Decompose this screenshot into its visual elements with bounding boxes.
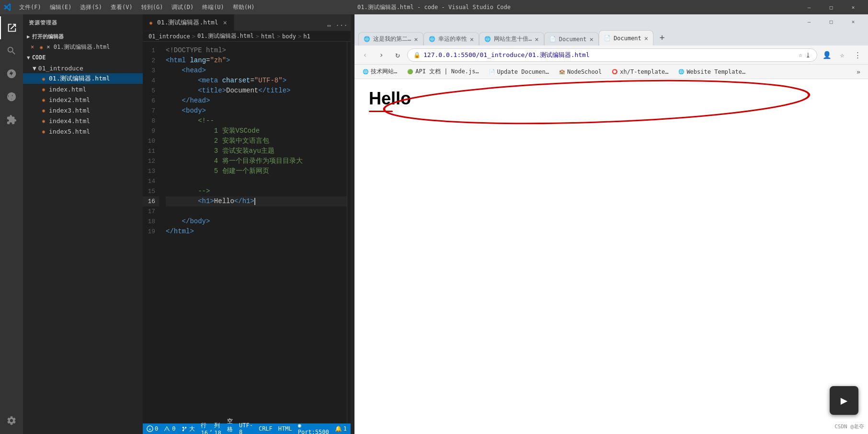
corner-widget-icon: ▶ [841, 394, 847, 407]
status-language[interactable]: HTML [278, 417, 292, 434]
status-branch[interactable]: 大 [181, 425, 195, 433]
code-line-4: <meta charset="UTF-8"> [166, 76, 347, 86]
filename-1: index.html [49, 86, 86, 93]
browser-star-icon[interactable]: ☆ [835, 48, 849, 62]
file-index3-html[interactable]: ◉ index3.html [23, 105, 143, 115]
menu-help[interactable]: 帮助(H) [229, 2, 259, 12]
bookmark-5[interactable]: 🌐 Website Template… [674, 68, 749, 76]
browser-tab-0[interactable]: 🌐 这是我的第二… × [358, 32, 423, 46]
bookmark-3[interactable]: 🏫 NodeSchool [555, 68, 605, 76]
breadcrumb-0[interactable]: 01_introduce [148, 33, 190, 40]
breadcrumb-2[interactable]: html [261, 33, 275, 40]
code-content[interactable]: <!DOCTYPE html> <html lang="zh"> <head> … [162, 42, 347, 423]
activity-git-icon[interactable] [0, 62, 23, 85]
status-errors[interactable]: ✕ 0 [147, 425, 158, 432]
bookmark-label-5: Website Template… [686, 69, 745, 75]
activity-explorer-icon[interactable] [0, 16, 23, 39]
open-editors-section[interactable]: ▶ 打开的编辑器 [23, 31, 143, 42]
breadcrumb-4[interactable]: h1 [303, 33, 310, 40]
browser-tab-title-4: Document [614, 35, 641, 42]
maximize-button[interactable]: □ [820, 0, 842, 14]
file-index2-html[interactable]: ◉ index2.html [23, 94, 143, 105]
corner-widget[interactable]: ▶ [830, 386, 858, 415]
menu-debug[interactable]: 调试(D) [168, 2, 197, 12]
activity-search-icon[interactable] [0, 39, 23, 62]
panel-resize-handle[interactable] [351, 14, 354, 434]
browser-tab-close-0[interactable]: × [414, 35, 418, 43]
close-tab-icon[interactable]: × [31, 44, 34, 50]
bookmark-0[interactable]: 🌐 技术网站… [358, 67, 401, 77]
bookmarks-more-button[interactable]: » [853, 66, 864, 78]
breadcrumb-3[interactable]: body [282, 33, 296, 40]
browser-tab-close-1[interactable]: × [470, 35, 474, 43]
status-warnings[interactable]: 0 [164, 425, 175, 432]
code-line-15: --> [166, 186, 347, 196]
vscode-logo-icon [4, 3, 11, 11]
browser-forward-button[interactable]: › [375, 48, 388, 62]
file-index4-html[interactable]: ◉ index4.html [23, 115, 143, 126]
folder-01-introduce[interactable]: ▼ 01_introduce [23, 63, 143, 73]
new-browser-tab-button[interactable]: + [655, 31, 669, 44]
menu-terminal[interactable]: 终端(U) [198, 2, 228, 12]
code-editor[interactable]: 12345 678910 1112131415 16 171819 <!DOCT… [143, 42, 351, 423]
browser-profile-icon[interactable]: 👤 [820, 48, 834, 62]
sidebar: 资源管理器 ▶ 打开的编辑器 × ◉ × 01.测试编辑器.html ▼ COD… [23, 14, 143, 434]
browser-heading-underline [369, 111, 393, 112]
status-encoding[interactable]: UTF-8 [239, 417, 253, 434]
browser-tab-2[interactable]: 🌐 网站生意十倍… × [479, 32, 544, 46]
address-bookmark-icon[interactable]: ☆ [799, 51, 802, 58]
browser-win-buttons: — □ ✕ [798, 14, 864, 29]
status-live-server[interactable]: 🔔1 [335, 417, 347, 434]
status-port[interactable]: ◉ Port:5500 [298, 417, 329, 434]
minimap [347, 42, 351, 423]
minimize-button[interactable]: — [798, 0, 820, 14]
address-download-icon[interactable]: ⤓ [805, 51, 811, 59]
more-actions-button[interactable]: ··· [336, 20, 347, 31]
breadcrumb-1[interactable]: 01.测试编辑器.html [197, 32, 254, 40]
browser-tab-close-4[interactable]: × [644, 34, 648, 42]
activity-settings-icon[interactable] [0, 411, 23, 434]
open-file-icon: ◉ [38, 44, 45, 50]
browser-tab-4[interactable]: 📄 Document × [599, 30, 653, 46]
code-folder-section[interactable]: ▼ CODE [23, 52, 143, 63]
split-editor-button[interactable]: ⇔ [324, 20, 334, 31]
browser-tab-close-2[interactable]: × [535, 35, 538, 43]
browser-refresh-button[interactable]: ↻ [391, 48, 404, 62]
browser-settings-icon[interactable]: ⋮ [851, 48, 864, 62]
browser-maximize-button[interactable]: □ [820, 14, 842, 29]
code-line-5: <title>Document</title> [166, 86, 347, 96]
tab-close-button[interactable]: × [221, 19, 229, 26]
browser-tab-close-3[interactable]: × [590, 35, 594, 43]
status-line-ending[interactable]: CRLF [259, 417, 273, 434]
menu-view[interactable]: 查看(V) [107, 2, 137, 12]
status-line-col[interactable]: 行 16, 列 18 [201, 417, 221, 434]
browser-minimize-button[interactable]: — [798, 14, 820, 29]
code-line-2: <html lang="zh"> [166, 56, 347, 66]
status-spaces[interactable]: 空格 4 [227, 417, 233, 434]
close-button[interactable]: ✕ [842, 0, 864, 14]
editor-tab-active[interactable]: ◉ 01.测试编辑器.html × [143, 14, 234, 31]
bookmark-4[interactable]: ⭕ xh/T-template… [607, 68, 672, 76]
open-file-item[interactable]: × ◉ × 01.测试编辑器.html [23, 42, 143, 52]
file-index5-html[interactable]: ◉ index5.html [23, 126, 143, 137]
bookmark-2[interactable]: 📄 Update Documen… [485, 68, 553, 76]
filename-0: 01.测试编辑器.html [49, 74, 110, 83]
browser-tab-3[interactable]: 📄 Document × [544, 32, 599, 46]
browser-address-bar[interactable]: 🔒 127.0.0.1:5500/01_introduce/01.测试编辑器.h… [407, 48, 817, 62]
browser-close-button[interactable]: ✕ [842, 14, 864, 29]
activity-extensions-icon[interactable] [0, 108, 23, 131]
breadcrumb-sep-2: > [277, 33, 280, 40]
browser-back-button[interactable]: ‹ [358, 48, 372, 62]
file-01-html[interactable]: ◉ 01.测试编辑器.html [23, 73, 143, 84]
menu-edit[interactable]: 编辑(E) [46, 2, 76, 12]
menu-file[interactable]: 文件(F) [15, 2, 45, 12]
svg-text:✕: ✕ [148, 427, 151, 432]
file-index-html[interactable]: ◉ index.html [23, 84, 143, 94]
menu-goto[interactable]: 转到(G) [137, 2, 167, 12]
activity-debug-icon[interactable] [0, 85, 23, 108]
browser-tab-favicon-4: 📄 [604, 35, 611, 41]
menu-select[interactable]: 选择(S) [76, 2, 106, 12]
browser-tab-favicon-2: 🌐 [484, 36, 491, 42]
bookmark-1[interactable]: 🟢 API 文档 | Node.js… [403, 67, 482, 77]
browser-tab-1[interactable]: 🌐 幸运的幸性 × [423, 32, 479, 46]
